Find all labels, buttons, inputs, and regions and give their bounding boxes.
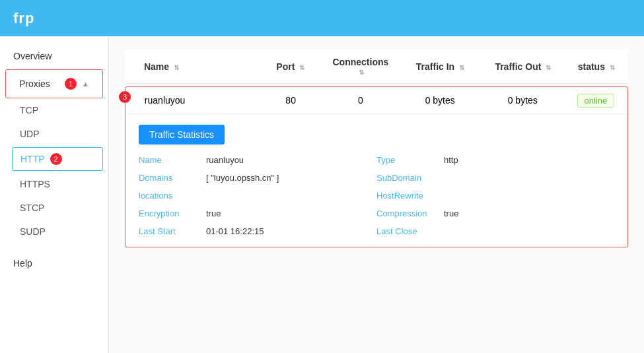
overview-label: Overview [13,51,52,61]
detail-locations-row: locations [139,191,376,201]
domains-label: Domains [139,173,198,183]
detail-name-row: Name ruanluyou [139,155,376,165]
row-traffic-out: 0 bytes [482,95,564,106]
row-name: ruanluyou [145,95,259,106]
row-port: 80 [259,95,322,106]
app-header: frp [0,0,644,36]
col-header-traffic-out[interactable]: Traffic Out ⇅ [482,61,564,72]
main-content: Name ⇅ Port ⇅ Connections ⇅ Traffic In ⇅… [109,36,644,353]
traffic-out-sort-icon: ⇅ [546,64,551,71]
sidebar-item-sudp[interactable]: SUDP [7,220,108,243]
sidebar-item-udp[interactable]: UDP [7,122,108,146]
chevron-up-icon: ▲ [82,80,89,88]
table-header: Name ⇅ Port ⇅ Connections ⇅ Traffic In ⇅… [125,49,628,84]
connections-sort-icon: ⇅ [359,68,364,77]
sidebar-item-stcp[interactable]: STCP [7,196,108,220]
sidebar-item-proxies[interactable]: Proxies 1 ▲ [5,69,103,98]
status-sort-icon: ⇅ [610,64,615,71]
compression-value: true [444,209,458,218]
sidebar-item-https[interactable]: HTTPS [7,172,108,196]
type-value: http [444,155,458,165]
detail-encryption-row: Encryption true [139,209,376,218]
subdomain-label: SubDomain [376,173,436,183]
type-label: Type [376,155,436,165]
col-header-port[interactable]: Port ⇅ [259,61,322,72]
encryption-value: true [206,209,221,218]
lastclose-label: Last Close [376,226,436,236]
traffic-in-sort-icon: ⇅ [459,64,464,71]
detail-type-row: Type http [376,155,614,165]
laststart-value: 01-01 16:22:15 [206,226,264,236]
detail-panel: Traffic Statistics Name ruanluyou Domain… [125,114,627,247]
detail-grid: Name ruanluyou Domains [ "luyou.opssh.cn… [139,155,614,236]
status-badge: online [577,94,615,108]
traffic-stats-button[interactable]: Traffic Statistics [139,125,225,144]
name-label: Name [139,155,198,165]
hostrewrite-label: HostRewrite [376,191,436,201]
laststart-label: Last Start [139,226,198,236]
col-header-connections[interactable]: Connections ⇅ [322,56,399,77]
row-traffic-in: 0 bytes [399,95,482,106]
locations-label: locations [139,191,198,201]
table-row: ▾ ruanluyou 80 0 0 bytes 0 byt [125,87,627,114]
detail-compression-row: Compression true [376,209,614,218]
row-connections: 0 [322,95,398,106]
col-header-name[interactable]: Name ⇅ [144,61,259,72]
sidebar-item-http[interactable]: HTTP 2 [12,147,103,171]
col-header-status[interactable]: status ⇅ [565,61,628,72]
sidebar: Overview Proxies 1 ▲ TCP UDP HTTP 2 HTTP… [0,36,109,353]
sidebar-item-overview[interactable]: Overview [0,43,108,69]
row-status: online [564,95,627,106]
col-header-traffic-in[interactable]: Traffic In ⇅ [399,61,482,72]
sub-items: TCP UDP HTTP 2 HTTPS STCP SUDP [0,98,108,243]
encryption-label: Encryption [139,209,198,218]
detail-hostrewrite-row: HostRewrite [376,191,614,201]
detail-laststart-row: Last Start 01-01 16:22:15 [139,226,376,236]
name-sort-icon: ⇅ [174,64,179,71]
port-sort-icon: ⇅ [299,64,304,71]
proxies-label: Proxies [19,79,61,89]
app-title: frp [13,10,34,27]
detail-subdomain-row: SubDomain [376,173,614,183]
compression-label: Compression [376,209,436,218]
sidebar-item-help[interactable]: Help [0,250,108,276]
name-value: ruanluyou [206,155,244,165]
app-body: Overview Proxies 1 ▲ TCP UDP HTTP 2 HTTP… [0,36,644,353]
proxy-row-container: 3 ▾ ruanluyou 80 0 0 b [125,86,628,247]
proxies-badge: 1 [65,78,77,90]
help-label: Help [13,258,32,269]
domains-value: [ "luyou.opssh.cn" ] [206,173,279,183]
http-badge: 2 [50,153,62,165]
sidebar-item-tcp[interactable]: TCP [7,98,108,122]
detail-lastclose-row: Last Close [376,226,614,236]
detail-domains-row: Domains [ "luyou.opssh.cn" ] [139,173,376,183]
